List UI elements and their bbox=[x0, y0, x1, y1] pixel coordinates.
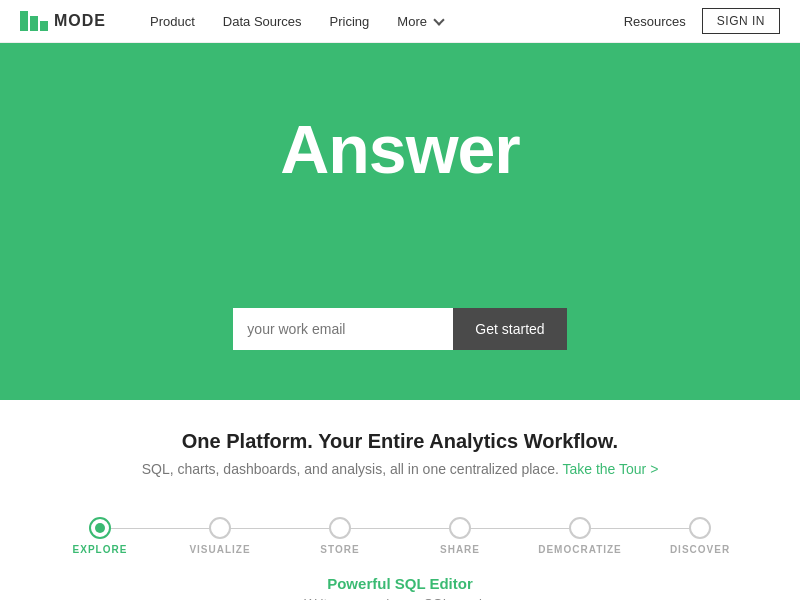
step-democratize[interactable]: DEMOCRATIZE bbox=[520, 517, 640, 555]
email-input[interactable] bbox=[233, 308, 453, 350]
step-explore[interactable]: EXPLORE bbox=[40, 517, 160, 555]
step-label: SHARE bbox=[440, 544, 480, 555]
tour-link[interactable]: Take the Tour > bbox=[562, 461, 658, 477]
feature-section: Powerful SQL Editor Write, run, and save… bbox=[0, 565, 800, 600]
step-discover[interactable]: DISCOVER bbox=[640, 517, 760, 555]
step-circle bbox=[569, 517, 591, 539]
mode-logo-icon bbox=[20, 11, 48, 31]
step-circle bbox=[209, 517, 231, 539]
svg-rect-1 bbox=[30, 16, 38, 31]
nav-product[interactable]: Product bbox=[136, 0, 209, 43]
hero-section: Answer Get started bbox=[0, 43, 800, 400]
nav-right: Resources SIGN IN bbox=[624, 8, 780, 34]
step-label: VISUALIZE bbox=[189, 544, 250, 555]
feature-description: Write, run, and save SQL queries bbox=[20, 596, 780, 600]
step-label: EXPLORE bbox=[73, 544, 128, 555]
chevron-down-icon bbox=[433, 14, 444, 25]
svg-rect-0 bbox=[20, 11, 28, 31]
step-label: DEMOCRATIZE bbox=[538, 544, 622, 555]
content-section: One Platform. Your Entire Analytics Work… bbox=[0, 400, 800, 497]
step-circle bbox=[89, 517, 111, 539]
steps-row: EXPLOREVISUALIZESTORESHAREDEMOCRATIZEDIS… bbox=[0, 497, 800, 565]
nav-data-sources[interactable]: Data Sources bbox=[209, 0, 316, 43]
get-started-button[interactable]: Get started bbox=[453, 308, 566, 350]
nav-links: Product Data Sources Pricing More bbox=[136, 0, 624, 43]
step-visualize[interactable]: VISUALIZE bbox=[160, 517, 280, 555]
signin-button[interactable]: SIGN IN bbox=[702, 8, 780, 34]
navbar: MODE Product Data Sources Pricing More R… bbox=[0, 0, 800, 43]
logo[interactable]: MODE bbox=[20, 11, 106, 31]
nav-resources[interactable]: Resources bbox=[624, 14, 686, 29]
nav-more[interactable]: More bbox=[383, 0, 457, 43]
step-store[interactable]: STORE bbox=[280, 517, 400, 555]
feature-title: Powerful SQL Editor bbox=[20, 575, 780, 592]
hero-title: Answer bbox=[280, 110, 520, 188]
step-circle bbox=[689, 517, 711, 539]
step-label: DISCOVER bbox=[670, 544, 730, 555]
hero-form: Get started bbox=[233, 308, 566, 350]
step-share[interactable]: SHARE bbox=[400, 517, 520, 555]
logo-text: MODE bbox=[54, 12, 106, 30]
step-label: STORE bbox=[320, 544, 359, 555]
step-circle bbox=[449, 517, 471, 539]
step-circle bbox=[329, 517, 351, 539]
svg-rect-2 bbox=[40, 21, 48, 31]
nav-pricing[interactable]: Pricing bbox=[316, 0, 384, 43]
content-heading: One Platform. Your Entire Analytics Work… bbox=[20, 430, 780, 453]
content-subtext: SQL, charts, dashboards, and analysis, a… bbox=[20, 461, 780, 477]
